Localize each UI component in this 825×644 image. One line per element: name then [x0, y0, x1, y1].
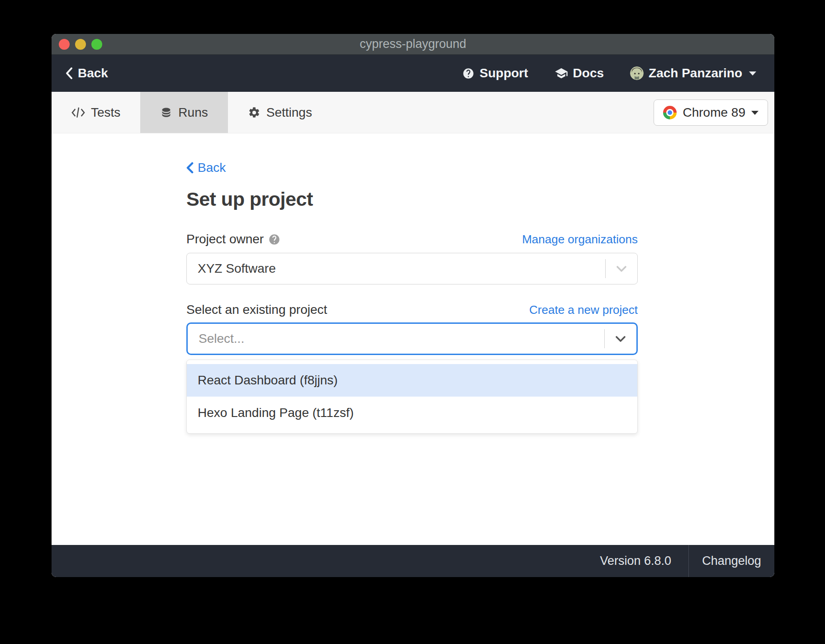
app-window: cypress-playground Back Support Docs	[52, 34, 774, 577]
tab-settings[interactable]: Settings	[228, 92, 332, 133]
tab-tests[interactable]: Tests	[52, 92, 140, 133]
user-avatar	[630, 66, 644, 80]
browser-label: Chrome 89	[683, 105, 745, 120]
minimize-window-button[interactable]	[75, 39, 86, 50]
project-owner-value: XYZ Software	[187, 261, 605, 276]
version-text: Version 6.8.0	[600, 545, 688, 577]
gear-icon	[248, 106, 261, 119]
help-circle-icon[interactable]	[268, 233, 280, 246]
project-owner-select[interactable]: XYZ Software	[186, 253, 638, 284]
chevron-down-icon[interactable]	[605, 336, 636, 342]
owner-field-row: Project owner Manage organizations	[186, 232, 638, 246]
database-icon	[160, 106, 172, 118]
close-window-button[interactable]	[59, 39, 70, 50]
window-title: cypress-playground	[360, 37, 466, 51]
chevron-left-icon	[65, 67, 73, 80]
content-back-link[interactable]: Back	[186, 161, 226, 175]
tab-tests-label: Tests	[91, 105, 120, 120]
graduation-cap-icon	[555, 66, 568, 80]
browser-select-button[interactable]: Chrome 89	[654, 99, 768, 126]
code-icon	[71, 107, 85, 118]
tab-runs[interactable]: Runs	[140, 92, 228, 133]
nav-back-button[interactable]: Back	[65, 66, 108, 80]
owner-label-group: Project owner	[186, 232, 280, 246]
existing-project-placeholder: Select...	[188, 331, 604, 346]
owner-label: Project owner	[186, 232, 264, 246]
chevron-left-icon	[186, 162, 194, 174]
traffic-lights	[59, 34, 102, 54]
page-title: Set up project	[186, 188, 638, 210]
manage-organizations-link[interactable]: Manage organizations	[522, 232, 638, 246]
tabbar: Tests Runs Settings Chrome 89	[52, 92, 774, 133]
nav-right-group: Support Docs Zach Panzarino	[462, 66, 756, 80]
tab-settings-label: Settings	[266, 105, 312, 120]
tab-runs-label: Runs	[178, 105, 208, 120]
caret-down-icon	[749, 71, 756, 76]
chevron-down-icon[interactable]	[606, 265, 637, 272]
support-label: Support	[479, 66, 528, 80]
user-name: Zach Panzarino	[649, 66, 742, 80]
zoom-window-button[interactable]	[91, 39, 102, 50]
menu-option[interactable]: React Dashboard (f8jjns)	[187, 364, 637, 397]
top-navbar: Back Support Docs Zach Panzarino	[52, 55, 774, 92]
project-label: Select an existing project	[186, 303, 327, 317]
titlebar: cypress-playground	[52, 34, 774, 55]
caret-down-icon	[751, 111, 759, 115]
docs-link[interactable]: Docs	[555, 66, 604, 80]
user-menu[interactable]: Zach Panzarino	[630, 66, 756, 80]
help-circle-icon	[462, 67, 474, 80]
chrome-icon	[663, 106, 677, 119]
menu-option[interactable]: Hexo Landing Page (t11zsf)	[187, 397, 637, 429]
changelog-link[interactable]: Changelog	[688, 545, 774, 577]
existing-project-select[interactable]: Select...	[186, 322, 638, 355]
content-back-label: Back	[198, 161, 226, 175]
nav-back-label: Back	[78, 66, 108, 80]
docs-label: Docs	[573, 66, 604, 80]
project-options-menu: React Dashboard (f8jjns) Hexo Landing Pa…	[186, 360, 638, 434]
footer: Version 6.8.0 Changelog	[52, 545, 774, 577]
project-field-row: Select an existing project Create a new …	[186, 303, 638, 317]
create-new-project-link[interactable]: Create a new project	[529, 303, 638, 317]
support-link[interactable]: Support	[462, 66, 528, 80]
main-content: Back Set up project Project owner Manage…	[52, 133, 774, 545]
